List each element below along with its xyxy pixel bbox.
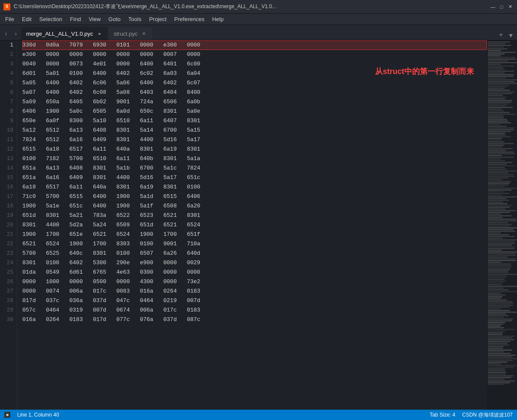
hex-value: 017d: [93, 315, 106, 324]
close-button[interactable]: ✕: [507, 3, 514, 10]
menu-bar: FileEditSelectionFindViewGotoToolsProjec…: [0, 14, 517, 25]
code-line-9: 650e 6a0f 8300 5a10 6510 6a11 6407 8301: [22, 116, 487, 126]
tab-struct-close[interactable]: ✕: [141, 31, 147, 37]
hex-value: 0074: [46, 287, 59, 296]
hex-value: 0d0a: [46, 40, 59, 50]
hex-value: 036a: [69, 296, 83, 306]
menu-item-selection[interactable]: Selection: [36, 15, 65, 23]
hex-value: 0100: [117, 249, 130, 258]
tab-struct-label: struct.pyc: [114, 31, 138, 37]
menu-item-tools[interactable]: Tools: [125, 15, 145, 23]
code-line-30: 016a 0264 0183 017d 077c 076a 037d 087c: [22, 315, 487, 324]
hex-value: 290e: [117, 258, 130, 268]
hex-value: 5a1c: [163, 164, 177, 173]
tab-next-button[interactable]: ›: [11, 29, 20, 39]
hex-value: 8301: [187, 145, 200, 154]
hex-value: 5a09: [22, 97, 36, 107]
hex-value: 5a07: [22, 88, 36, 97]
hex-value: e300: [22, 50, 36, 59]
hex-value: 8301: [117, 182, 130, 192]
code-editor[interactable]: 330d 0d0a 7079 6930 0101 0000 e300 0000e…: [17, 40, 487, 410]
hex-value: 5a1f: [140, 201, 153, 211]
hex-value: 783a: [93, 211, 106, 220]
menu-item-edit[interactable]: Edit: [18, 15, 35, 23]
hex-value: 6d61: [69, 268, 83, 277]
hex-value: 5a05: [22, 78, 36, 88]
hex-value: 017c: [163, 306, 177, 315]
hex-value: 724a: [140, 97, 153, 107]
tab-add-button[interactable]: +: [496, 31, 506, 39]
line-number-16: 16: [6, 182, 13, 192]
hex-value: 6408: [93, 126, 106, 135]
line-number-2: 2: [10, 50, 13, 59]
tab-prev-button[interactable]: ‹: [2, 29, 10, 39]
minimap: [487, 40, 517, 410]
hex-value: 0000: [22, 287, 36, 296]
hex-value: 0100: [69, 69, 83, 78]
hex-value: 640a: [117, 145, 130, 154]
code-line-29: 057c 0464 0319 007d 0674 006a 017c 0183: [22, 306, 487, 315]
hex-value: 6509: [117, 220, 130, 230]
menu-item-preferences[interactable]: Preferences: [171, 15, 208, 23]
menu-item-help[interactable]: Help: [209, 15, 227, 23]
hex-value: 6521: [163, 220, 177, 230]
hex-value: 6409: [93, 135, 106, 145]
hex-value: 6765: [93, 268, 106, 277]
hex-value: 0029: [187, 258, 200, 268]
hex-value: 0000: [69, 277, 83, 287]
hex-value: 007d: [187, 296, 200, 306]
hex-value: 651a: [22, 164, 36, 173]
hex-value: 6930: [93, 40, 106, 50]
hex-value: 1900: [46, 107, 59, 116]
hex-value: 8301: [93, 164, 106, 173]
hex-value: 6524: [187, 220, 200, 230]
hex-value: 6406: [187, 192, 200, 201]
hex-value: 1000: [46, 277, 59, 287]
line-number-21: 21: [6, 230, 13, 239]
hex-value: 6522: [117, 211, 130, 220]
menu-item-project[interactable]: Project: [146, 15, 170, 23]
code-line-17: 71c0 5700 6515 6400 1900 5a1d 6515 6406: [22, 192, 487, 201]
hex-value: 6402: [163, 78, 177, 88]
hex-value: 0101: [117, 40, 130, 50]
hex-value: 6a11: [93, 145, 106, 154]
line-number-4: 4: [10, 69, 13, 78]
hex-value: 0674: [117, 306, 130, 315]
hex-value: 8303: [117, 239, 130, 249]
tab-struct[interactable]: struct.pyc ✕: [108, 27, 152, 40]
hex-value: e300: [163, 40, 177, 50]
hex-value: 6505: [93, 107, 106, 116]
hex-value: 5d16: [140, 173, 153, 182]
menu-item-file[interactable]: File: [2, 15, 18, 23]
hex-value: 4e63: [117, 268, 130, 277]
hex-value: 8301: [140, 145, 153, 154]
hex-value: 640d: [187, 249, 200, 258]
line-number-6: 6: [10, 88, 13, 97]
hex-value: 6a16: [69, 135, 83, 145]
menu-item-goto[interactable]: Goto: [105, 15, 124, 23]
hex-value: 6400: [93, 69, 106, 78]
hex-value: 017c: [93, 287, 106, 296]
hex-value: 6400: [140, 59, 153, 69]
hex-value: 0000: [140, 50, 153, 59]
tab-merge-close[interactable]: ●: [96, 31, 102, 37]
hex-value: 6515: [163, 192, 177, 201]
hex-value: 1900: [140, 230, 153, 239]
hex-value: 0219: [163, 296, 177, 306]
maximize-button[interactable]: □: [498, 3, 505, 10]
hex-value: 6a18: [46, 145, 59, 154]
tab-list-button[interactable]: ▼: [507, 32, 515, 39]
menu-item-find[interactable]: Find: [67, 15, 84, 23]
menu-item-view[interactable]: View: [85, 15, 104, 23]
hex-value: 0300: [140, 268, 153, 277]
minimize-button[interactable]: —: [489, 3, 496, 10]
hex-value: 6a26: [163, 249, 177, 258]
hex-value: 6512: [46, 135, 59, 145]
code-line-24: 8301 0100 6402 5300 290e e900 0000 0029: [22, 258, 487, 268]
hex-value: 6c02: [140, 69, 153, 78]
hex-value: 8301: [117, 126, 130, 135]
hex-value: 0000: [117, 277, 130, 287]
hex-value: 6a03: [163, 69, 177, 78]
tab-merge[interactable]: merge_ALL_ALL_V1.0.pyc ●: [21, 27, 108, 40]
hex-value: 0000: [163, 258, 177, 268]
